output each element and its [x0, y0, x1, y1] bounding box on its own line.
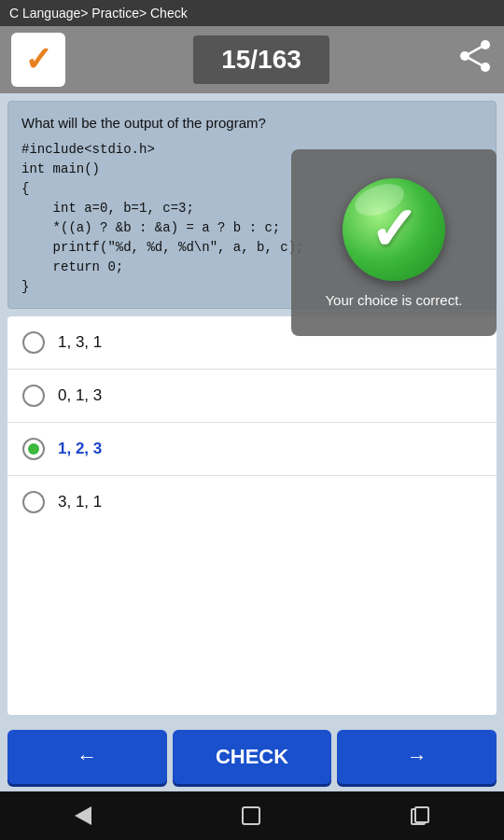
title-text: C Language> Practice> Check: [9, 6, 188, 21]
prev-arrow-icon: ←: [77, 745, 97, 769]
radio-3-fill: [28, 443, 39, 455]
answer-label-3: 1, 2, 3: [58, 440, 102, 458]
svg-line-3: [465, 45, 485, 56]
radio-3[interactable]: [22, 438, 45, 460]
header: ✓ 15/163: [0, 26, 504, 93]
next-button[interactable]: →: [337, 730, 497, 784]
android-navbar: [0, 791, 504, 840]
answer-option-3[interactable]: 1, 2, 3: [7, 423, 497, 476]
svg-line-4: [465, 56, 485, 67]
prev-button[interactable]: ←: [7, 730, 167, 784]
app-checkmark-icon: ✓: [24, 40, 52, 79]
answers-list: 1, 3, 1 0, 1, 3 1, 2, 3 3, 1, 1: [7, 316, 497, 716]
answer-label-4: 3, 1, 1: [58, 493, 102, 511]
radio-4[interactable]: [22, 491, 45, 513]
answer-label-1: 1, 3, 1: [58, 333, 102, 352]
answer-label-2: 0, 1, 3: [58, 386, 102, 405]
radio-1[interactable]: [22, 331, 45, 354]
radio-2[interactable]: [22, 385, 45, 407]
bottom-nav: ← CHECK →: [0, 722, 504, 791]
app-icon: ✓: [11, 33, 65, 87]
correct-circle: ✓: [343, 178, 445, 281]
answer-option-2[interactable]: 0, 1, 3: [7, 370, 497, 423]
android-back-icon[interactable]: [75, 806, 91, 825]
correct-message: Your choice is correct.: [325, 292, 462, 308]
question-text: What will be the output of the program?: [21, 113, 483, 134]
correct-overlay: ✓ Your choice is correct.: [291, 149, 497, 336]
android-recent-icon[interactable]: [411, 806, 429, 825]
check-label: CHECK: [216, 745, 288, 769]
share-button[interactable]: [457, 38, 493, 81]
android-home-icon[interactable]: [242, 806, 260, 825]
answer-option-4[interactable]: 3, 1, 1: [7, 476, 497, 528]
correct-checkmark-icon: ✓: [369, 200, 419, 259]
title-bar: C Language> Practice> Check: [0, 0, 504, 26]
check-button[interactable]: CHECK: [173, 730, 332, 784]
main-content: What will be the output of the program? …: [0, 93, 504, 722]
progress-counter: 15/163: [193, 35, 329, 84]
next-arrow-icon: →: [407, 745, 427, 769]
